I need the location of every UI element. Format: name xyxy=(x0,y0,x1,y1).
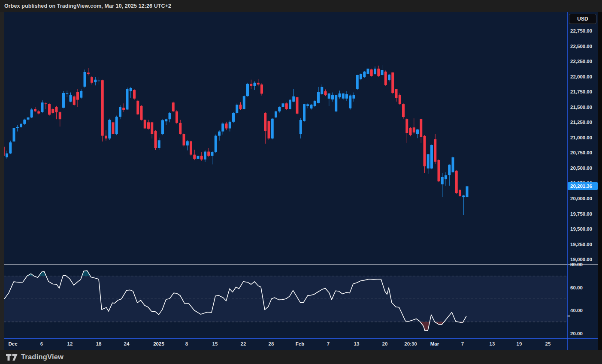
candle-body xyxy=(80,91,82,98)
candle-body xyxy=(232,113,235,122)
candle-body xyxy=(186,141,189,145)
price-axis-label: 20,000.00 xyxy=(570,196,592,201)
candle-body xyxy=(409,128,412,135)
candle-body xyxy=(335,95,337,111)
price-axis-label: 19,500.00 xyxy=(570,226,592,232)
candle-body xyxy=(370,69,373,76)
candle-body xyxy=(420,119,422,137)
time-axis-label: 24 xyxy=(124,341,130,346)
candle-body xyxy=(250,84,252,86)
price-axis-label: 21,250.00 xyxy=(570,120,592,125)
left-frame-strip xyxy=(0,12,4,350)
tradingview-logo-icon xyxy=(6,354,18,361)
candle-body xyxy=(264,113,266,131)
candle-body xyxy=(299,120,302,134)
candle-body xyxy=(314,101,316,106)
price-axis-label: 22,000.00 xyxy=(570,74,592,79)
candle-body xyxy=(179,123,182,134)
price-axis-label: 20,750.00 xyxy=(570,150,592,155)
candle-body xyxy=(445,175,447,179)
candle-body xyxy=(289,100,291,109)
candle-body xyxy=(200,156,203,159)
price-axis-label: 22,500.00 xyxy=(570,44,592,49)
candle-body xyxy=(466,186,469,197)
right-frame-strip xyxy=(598,12,602,350)
candle-body xyxy=(328,93,330,99)
time-axis-label: 20:30 xyxy=(404,341,417,346)
candle-body xyxy=(353,95,355,99)
time-axis-label: 15 xyxy=(212,341,218,346)
candle-body xyxy=(345,94,348,99)
candle-body xyxy=(108,120,111,138)
candle-body xyxy=(441,177,444,184)
candle-body xyxy=(246,84,249,96)
time-axis-label: 8 xyxy=(185,341,188,346)
last-price-badge: 20,201.36 xyxy=(568,182,598,190)
time-axis-label: 25 xyxy=(545,341,551,346)
candle-body xyxy=(55,107,58,112)
time-axis-label: 7 xyxy=(461,341,464,346)
candle-body xyxy=(416,129,419,134)
chart-area[interactable]: 22,750.0022,500.0022,250.0022,000.0021,7… xyxy=(4,12,598,350)
candle-body xyxy=(448,165,451,175)
candle-body xyxy=(310,105,313,108)
candle-body xyxy=(360,74,362,79)
candle-body xyxy=(317,92,320,103)
rsi-axis-label: 60.00 xyxy=(570,285,583,290)
price-axis-label: 22,250.00 xyxy=(570,59,592,64)
candle-body xyxy=(193,155,196,159)
candle-body xyxy=(377,69,380,76)
candle-body xyxy=(16,127,19,128)
candle-body xyxy=(175,111,178,123)
candle-body xyxy=(161,120,164,134)
candle-body xyxy=(87,72,90,74)
candle-body xyxy=(438,160,440,181)
price-axis-label: 19,750.00 xyxy=(570,211,592,217)
candle-body xyxy=(292,96,295,102)
candle-body xyxy=(268,121,270,138)
candle-body xyxy=(239,105,242,109)
candle-body xyxy=(331,95,334,99)
time-axis-label: 18 xyxy=(96,341,102,346)
candle-body xyxy=(405,119,408,133)
candle-body xyxy=(388,75,390,80)
candle-body xyxy=(122,108,125,110)
candle-body xyxy=(105,136,107,138)
candle-body xyxy=(285,103,288,109)
publish-header-text: Orbex published on TradingView.com, Mar … xyxy=(4,3,171,9)
candle-body xyxy=(172,102,175,111)
price-axis-label: 19,000.00 xyxy=(570,257,592,262)
candle-body xyxy=(59,112,61,119)
candle-body xyxy=(6,153,8,157)
currency-button[interactable]: USD xyxy=(569,14,596,24)
candle-body xyxy=(101,80,104,135)
candle-body xyxy=(37,111,40,114)
candle-body xyxy=(76,92,79,100)
candle-body xyxy=(144,120,146,129)
footer-bar: TradingView xyxy=(0,350,602,364)
candle-body xyxy=(73,96,76,105)
candle-body xyxy=(424,136,426,166)
chart-canvas[interactable] xyxy=(4,12,598,350)
time-axis-label: Feb xyxy=(296,341,304,346)
candle-body xyxy=(282,103,284,107)
candle-body xyxy=(413,127,415,132)
candle-body xyxy=(211,152,214,156)
rsi-axis-label: 40.00 xyxy=(570,308,583,313)
candle-body xyxy=(452,157,454,172)
candle-body xyxy=(9,142,12,153)
candle-body xyxy=(254,83,256,86)
candle-body xyxy=(257,83,260,84)
tradingview-logo-link[interactable]: TradingView xyxy=(6,353,64,361)
candle-body xyxy=(94,80,97,82)
candle-body xyxy=(41,102,44,112)
time-axis-label: Dec xyxy=(8,341,17,346)
candle-body xyxy=(126,89,129,109)
candle-body xyxy=(430,145,433,168)
candle-body xyxy=(399,95,401,104)
candle-body xyxy=(48,104,51,115)
candle-body xyxy=(165,119,167,121)
candle-body xyxy=(13,128,15,141)
candle-body xyxy=(434,139,436,162)
tradingview-logo-text: TradingView xyxy=(21,353,64,361)
